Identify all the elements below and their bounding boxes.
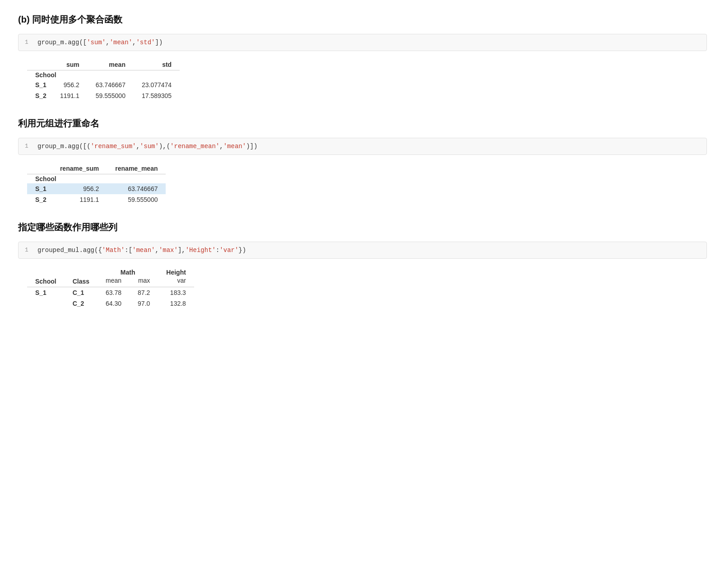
table-2-row-s1-label: S_1	[27, 183, 52, 194]
code-block-3: 1 grouped_mul.agg({'Math':['mean','max']…	[18, 242, 707, 259]
table-2-row-s1-rename-mean: 63.746667	[107, 183, 166, 194]
code-content-2: group_m.agg([('rename_sum','sum'),('rena…	[37, 143, 257, 150]
table-1-group-row: School	[27, 70, 180, 80]
table-1-row-s2-mean: 59.555000	[88, 90, 134, 101]
table-row: S_1 956.2 63.746667 23.077474	[27, 79, 180, 90]
table-2-wrapper: rename_sum rename_mean School S_1 956.2 …	[18, 163, 707, 205]
table-2-empty-header	[27, 163, 52, 174]
table-2-row-s2-label: S_2	[27, 194, 52, 205]
table-3-empty-2	[65, 267, 98, 276]
code-block-2: 1 group_m.agg([('rename_sum','sum'),('re…	[18, 138, 707, 155]
table-1: sum mean std School S_1 956.2 63.746667 …	[27, 59, 180, 101]
table-2-col-rename-mean: rename_mean	[107, 163, 166, 174]
table-3-row-s1-c1: C_1	[65, 287, 98, 299]
table-2-row-s2-rename-sum: 1191.1	[52, 194, 107, 205]
table-1-row-s2-std: 17.589305	[134, 90, 180, 101]
line-number-1: 1	[25, 39, 30, 46]
table-2-row-s2-rename-mean: 59.555000	[107, 194, 166, 205]
table-1-row-s1-mean: 63.746667	[88, 79, 134, 90]
section-specify-title: 指定哪些函数作用哪些列	[18, 221, 707, 233]
table-1-col-mean: mean	[88, 59, 134, 70]
table-3-row-s1-c1-max: 87.2	[130, 287, 158, 299]
table-3-row-s1-c1-var: 183.3	[158, 287, 194, 299]
table-row: S_2 1191.1 59.555000 17.589305	[27, 90, 180, 101]
table-2-school-label: School	[27, 174, 166, 184]
code-content-1: group_m.agg(['sum','mean','std'])	[37, 39, 163, 46]
table-3-height-header: Height	[158, 267, 194, 276]
section-rename-title: 利用元组进行重命名	[18, 117, 707, 130]
table-2: rename_sum rename_mean School S_1 956.2 …	[27, 163, 166, 205]
table-1-row-s2-label: S_2	[27, 90, 52, 101]
table-3-mean-subheader: mean	[98, 276, 130, 287]
section-b-title: (b) 同时使用多个聚合函数	[18, 14, 707, 26]
table-row: S_1 C_1 63.78 87.2 183.3	[27, 287, 194, 299]
table-2-header-row: rename_sum rename_mean	[27, 163, 166, 174]
code-block-1: 1 group_m.agg(['sum','mean','std'])	[18, 34, 707, 51]
table-1-row-s1-std: 23.077474	[134, 79, 180, 90]
table-3-sub-header-row: School Class mean max var	[27, 276, 194, 287]
table-3-row-s1-c1-mean: 63.78	[98, 287, 130, 299]
table-row: S_1 956.2 63.746667	[27, 183, 166, 194]
table-1-row-s1-label: S_1	[27, 79, 52, 90]
table-row: C_2 64.30 97.0 132.8	[27, 298, 194, 309]
table-1-col-sum: sum	[52, 59, 88, 70]
table-3-row-s1-school: S_1	[27, 287, 65, 299]
table-3-row-s1-school-empty	[27, 298, 65, 309]
table-3-row-s1-c2-max: 97.0	[130, 298, 158, 309]
table-1-header-row: sum mean std	[27, 59, 180, 70]
table-3-var-subheader: var	[158, 276, 194, 287]
table-2-col-rename-sum: rename_sum	[52, 163, 107, 174]
line-number-2: 1	[25, 143, 30, 149]
table-2-row-s1-rename-sum: 956.2	[52, 183, 107, 194]
table-3-row-s1-c2-var: 132.8	[158, 298, 194, 309]
table-3-row-s1-c2: C_2	[65, 298, 98, 309]
table-3-wrapper: Math Height School Class mean max var S_…	[18, 267, 707, 309]
table-3-row-s1-c2-mean: 64.30	[98, 298, 130, 309]
table-3-math-header: Math	[98, 267, 158, 276]
table-3-empty-1	[27, 267, 65, 276]
table-1-row-s1-sum: 956.2	[52, 79, 88, 90]
table-2-group-row: School	[27, 174, 166, 184]
table-row: S_2 1191.1 59.555000	[27, 194, 166, 205]
table-1-school-label: School	[27, 70, 180, 80]
table-3: Math Height School Class mean max var S_…	[27, 267, 194, 309]
table-3-top-header-row: Math Height	[27, 267, 194, 276]
table-3-max-subheader: max	[130, 276, 158, 287]
line-number-3: 1	[25, 247, 30, 253]
table-1-wrapper: sum mean std School S_1 956.2 63.746667 …	[18, 59, 707, 101]
table-3-school-subheader: School	[27, 276, 65, 287]
code-content-3: grouped_mul.agg({'Math':['mean','max'],'…	[37, 247, 246, 254]
table-3-class-subheader: Class	[65, 276, 98, 287]
table-1-col-std: std	[134, 59, 180, 70]
table-1-row-s2-sum: 1191.1	[52, 90, 88, 101]
table-1-empty-header	[27, 59, 52, 70]
